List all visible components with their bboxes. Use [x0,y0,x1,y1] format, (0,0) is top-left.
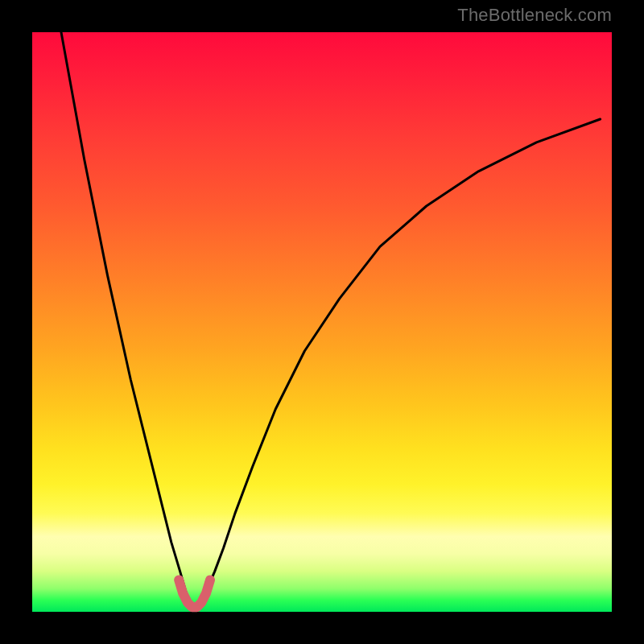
minimum-marker [179,580,210,607]
plot-area [32,32,612,612]
chart-frame: TheBottleneck.com [0,0,644,644]
curve-right-branch [200,119,601,606]
curve-left-branch [61,32,192,606]
curve-svg [32,32,612,612]
attribution-text: TheBottleneck.com [457,5,612,26]
